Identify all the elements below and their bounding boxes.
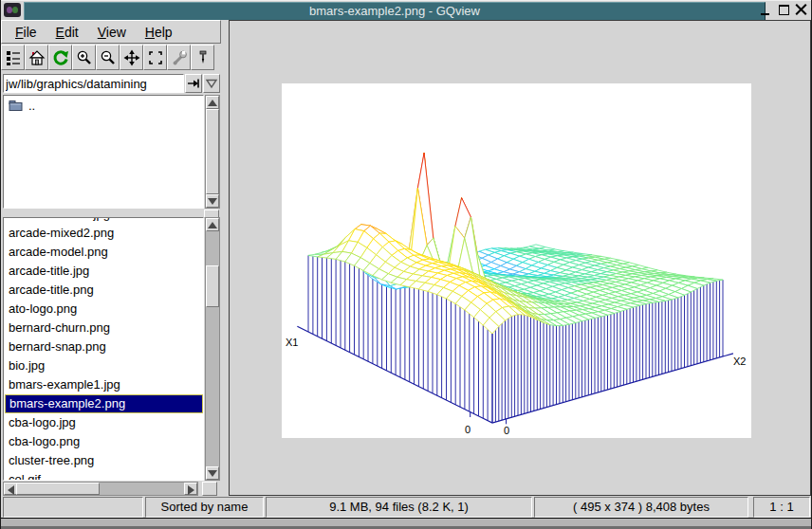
- menu-item[interactable]: File: [6, 23, 46, 42]
- file-list-item[interactable]: arcade-title.jpg: [5, 262, 203, 281]
- panel-splitter[interactable]: [221, 20, 229, 497]
- displayed-image[interactable]: X1X200: [282, 83, 751, 438]
- scroll-up-button[interactable]: [206, 218, 219, 231]
- file-pane: arcade-mixed2.jpgarcade-mixed2.pngarcade…: [1, 217, 221, 481]
- scroll-left-button[interactable]: [4, 483, 17, 495]
- menu-item[interactable]: Edit: [46, 23, 88, 42]
- file-list-item[interactable]: arcade-model.png: [5, 243, 203, 262]
- reload-button[interactable]: [48, 45, 72, 70]
- file-list-item[interactable]: arcade-mixed2.jpg: [5, 217, 203, 224]
- triangle-up-icon: [208, 100, 217, 106]
- file-list-view-icon: [5, 49, 22, 66]
- wrench-icon: [171, 49, 188, 66]
- menubar: FileEditViewHelp: [1, 20, 221, 44]
- file-hscroll-row: [1, 481, 221, 497]
- scroll-down-button[interactable]: [206, 466, 219, 480]
- scrollbar-thumb[interactable]: [16, 483, 100, 495]
- file-list-item[interactable]: col.gif: [5, 470, 203, 481]
- folder-pane: ..: [1, 95, 221, 209]
- close-button[interactable]: [795, 3, 809, 17]
- float-button[interactable]: [191, 45, 214, 70]
- scroll-up-button[interactable]: [206, 96, 219, 109]
- file-scrollbar[interactable]: [205, 217, 220, 481]
- path-input[interactable]: [3, 74, 184, 93]
- minimize-icon: [761, 13, 769, 15]
- toolbar: [1, 44, 221, 72]
- status-image-info: ( 495 x 374 ) 8,408 bytes: [534, 497, 748, 518]
- triangle-right-icon: [188, 485, 194, 495]
- folder-scrollbar[interactable]: [205, 95, 220, 209]
- status-files-info: 9.1 MB, 94 files (8.2 K, 1): [266, 497, 532, 518]
- minimize-button[interactable]: [759, 3, 773, 17]
- maximize-icon: [779, 5, 789, 15]
- zoom-in-button[interactable]: [72, 45, 96, 70]
- image-view-pane[interactable]: X1X200: [229, 20, 811, 496]
- scrollbar-thumb[interactable]: [206, 265, 219, 307]
- corner-grip[interactable]: [202, 482, 217, 496]
- scroll-right-button[interactable]: [184, 483, 197, 495]
- status-sort: Sorted by name: [145, 497, 264, 518]
- actual-size-icon: [147, 49, 164, 66]
- actual-size-button[interactable]: [143, 45, 167, 70]
- file-list-item[interactable]: cluster-tree.png: [5, 451, 203, 470]
- file-list-item[interactable]: bio.jpg: [5, 356, 203, 375]
- menu-item[interactable]: Help: [136, 23, 182, 42]
- scrollbar-thumb[interactable]: [206, 109, 219, 194]
- window-title-area[interactable]: bmars-example2.png - GQview: [24, 2, 766, 21]
- file-list-view-button[interactable]: [1, 45, 25, 70]
- folder-list[interactable]: ..: [3, 95, 204, 209]
- window-title: bmars-example2.png - GQview: [309, 4, 480, 18]
- triangle-down-icon: [208, 198, 217, 205]
- file-list-item[interactable]: cba-logo.jpg: [5, 413, 203, 432]
- zoom-in-icon: [76, 49, 93, 66]
- triangle-down-icon: [208, 470, 217, 477]
- home-icon: [28, 49, 46, 66]
- file-list-item[interactable]: bernard-snap.png: [5, 337, 203, 356]
- menu-item[interactable]: View: [88, 23, 136, 42]
- svg-text:X2: X2: [733, 356, 746, 367]
- gqview-logo-icon[interactable]: [4, 3, 21, 17]
- file-list-item[interactable]: arcade-title.png: [5, 281, 203, 300]
- file-list-item[interactable]: bernard-churn.png: [5, 319, 203, 337]
- file-list[interactable]: arcade-mixed2.jpgarcade-mixed2.pngarcade…: [3, 217, 204, 481]
- pane-divider[interactable]: [1, 209, 221, 217]
- titlebar[interactable]: bmars-example2.png - GQview: [1, 0, 811, 21]
- svg-text:0: 0: [465, 424, 471, 435]
- zoom-out-icon: [100, 49, 117, 66]
- file-list-item[interactable]: arcade-mixed2.png: [5, 224, 203, 243]
- folder-list-item[interactable]: ..: [5, 96, 203, 115]
- path-history-button[interactable]: [203, 74, 220, 93]
- zoom-out-button[interactable]: [96, 45, 120, 70]
- triangle-up-icon: [208, 222, 217, 228]
- folder-icon: [9, 100, 23, 111]
- status-zoom: 1 : 1: [753, 497, 810, 518]
- fit-window-button[interactable]: [120, 45, 143, 70]
- reload-icon: [52, 49, 69, 66]
- path-bar: [1, 72, 221, 95]
- home-button[interactable]: [25, 45, 48, 70]
- gqview-window: bmars-example2.png - GQview FileEditView…: [0, 0, 812, 529]
- file-list-item[interactable]: cba-logo.png: [5, 432, 203, 451]
- path-go-button[interactable]: [185, 74, 202, 93]
- file-hscrollbar[interactable]: [3, 482, 198, 496]
- window-frame-bottom: [1, 518, 812, 529]
- file-list-item[interactable]: ato-logo.png: [5, 300, 203, 319]
- maximize-button[interactable]: [777, 3, 791, 17]
- svg-text:X1: X1: [286, 337, 298, 348]
- svg-text:0: 0: [504, 425, 509, 436]
- pushpin-icon: [194, 49, 212, 66]
- status-progress: [3, 497, 143, 518]
- file-list-item[interactable]: bmars-example1.jpg: [5, 375, 203, 394]
- surface-plot: X1X200: [282, 83, 751, 438]
- arrow-right-to-bar-icon: [187, 78, 200, 89]
- triangle-down-icon: [205, 78, 218, 89]
- statusbar: Sorted by name 9.1 MB, 94 files (8.2 K, …: [1, 497, 812, 518]
- left-panel: FileEditViewHelp: [1, 20, 221, 497]
- scroll-down-button[interactable]: [206, 194, 219, 208]
- fit-window-icon: [123, 49, 140, 66]
- triangle-left-icon: [8, 485, 14, 495]
- configure-button[interactable]: [167, 45, 191, 70]
- file-list-item[interactable]: bmars-example2.png: [5, 394, 203, 413]
